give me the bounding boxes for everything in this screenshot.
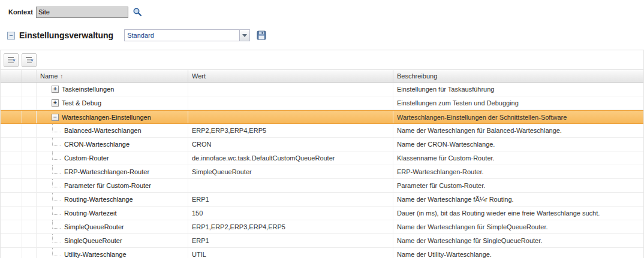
table-row[interactable]: Utility-WarteschlangeUTILName der Utilit… bbox=[1, 248, 643, 258]
tree-elbow-icon bbox=[52, 248, 61, 256]
settings-grid-panel: Name ↑ Wert Beschreibung +Taskeinstellun… bbox=[0, 50, 644, 258]
table-row[interactable]: Custom-Routerde.innoface.wc.task.Default… bbox=[1, 151, 643, 165]
row-spacer-cell-2 bbox=[22, 165, 37, 178]
row-spacer-cell-2 bbox=[22, 220, 37, 233]
setting-name-label: Taskeinstellungen bbox=[62, 86, 114, 93]
floppy-disk-icon bbox=[257, 31, 266, 40]
collapse-all-icon bbox=[7, 55, 16, 65]
preset-combobox bbox=[124, 29, 250, 41]
name-cell: Routing-Wartezeit bbox=[37, 207, 188, 220]
setting-name-label: ERP-Warteschlangen-Router bbox=[64, 168, 149, 175]
table-row[interactable]: Routing-WarteschlangeERP1Name der Wartes… bbox=[1, 193, 643, 207]
row-spacer-cell-1 bbox=[1, 207, 22, 220]
combo-dropdown-trigger[interactable] bbox=[239, 29, 250, 41]
column-header-wert[interactable]: Wert bbox=[188, 70, 393, 82]
row-spacer-cell-2 bbox=[22, 111, 37, 123]
beschreibung-cell: Einstellungen für Taskausführung bbox=[393, 83, 643, 96]
row-spacer-cell-1 bbox=[1, 179, 22, 192]
column-header-name-label: Name bbox=[40, 72, 58, 80]
name-cell: CRON-Warteschlange bbox=[37, 138, 188, 151]
table-row[interactable]: +Test & DebugEinstellungen zum Testen un… bbox=[1, 96, 643, 110]
wert-cell: ERP1 bbox=[188, 193, 393, 206]
expand-all-icon bbox=[25, 55, 34, 65]
preset-combo-input[interactable] bbox=[124, 29, 239, 41]
row-spacer-cell-1 bbox=[1, 248, 22, 258]
column-header-beschreibung[interactable]: Beschreibung bbox=[393, 70, 643, 82]
table-row[interactable]: SingleQueueRouterERP1Name der Warteschla… bbox=[1, 234, 643, 248]
name-cell: Routing-Warteschlange bbox=[37, 193, 188, 206]
expand-all-button[interactable] bbox=[22, 53, 37, 67]
setting-name-label: SimpleQueueRouter bbox=[64, 223, 124, 230]
name-cell: Utility-Warteschlange bbox=[37, 248, 188, 258]
wert-cell bbox=[188, 179, 393, 192]
context-label: Kontext bbox=[8, 8, 33, 16]
beschreibung-cell: Warteschlangen-Einstellungen der Schnitt… bbox=[393, 111, 643, 123]
row-spacer-cell-2 bbox=[22, 124, 37, 137]
table-row[interactable]: SimpleQueueRouterERP1,ERP2,ERP3,ERP4,ERP… bbox=[1, 220, 643, 234]
row-spacer-cell-2 bbox=[22, 234, 37, 247]
name-cell: SimpleQueueRouter bbox=[37, 220, 188, 233]
context-bar: Kontext bbox=[0, 0, 644, 19]
collapse-toggle-icon[interactable]: − bbox=[52, 114, 59, 121]
table-row[interactable]: −Warteschlangen-EinstellungenWarteschlan… bbox=[1, 110, 643, 124]
name-cell: Parameter für Custom-Router bbox=[37, 179, 188, 192]
name-cell: +Test & Debug bbox=[37, 96, 188, 110]
tree-elbow-icon bbox=[52, 151, 61, 160]
context-input[interactable] bbox=[36, 7, 128, 18]
magnifier-icon bbox=[133, 7, 142, 17]
setting-name-label: Utility-Warteschlange bbox=[64, 251, 127, 258]
beschreibung-cell: Einstellungen zum Testen und Debugging bbox=[393, 96, 643, 110]
column-header-beschreibung-label: Beschreibung bbox=[397, 72, 437, 80]
beschreibung-cell: ERP-Warteschlangen-Router. bbox=[393, 165, 643, 178]
row-spacer-cell-2 bbox=[22, 83, 37, 96]
search-button[interactable] bbox=[132, 7, 143, 17]
row-spacer-cell-1 bbox=[1, 220, 22, 233]
row-spacer-cell-2 bbox=[22, 193, 37, 206]
chevron-down-icon bbox=[242, 34, 247, 37]
name-cell: +Taskeinstellungen bbox=[37, 83, 188, 96]
row-spacer-cell-1 bbox=[1, 111, 22, 123]
wert-cell: 150 bbox=[188, 207, 393, 220]
panel-collapse-icon[interactable]: − bbox=[7, 32, 15, 40]
beschreibung-cell: Name der Warteschlange für SingleQueueRo… bbox=[393, 234, 643, 247]
tree-elbow-icon bbox=[52, 179, 61, 187]
table-row[interactable]: Balanced-WarteschlangenERP2,ERP3,ERP4,ER… bbox=[1, 124, 643, 138]
tree-elbow-icon bbox=[52, 138, 61, 146]
table-row[interactable]: +TaskeinstellungenEinstellungen für Task… bbox=[1, 83, 643, 96]
beschreibung-cell: Name der Warteschlangen für Balanced-War… bbox=[393, 124, 643, 137]
setting-name-label: CRON-Warteschlange bbox=[64, 141, 130, 148]
setting-name-label: Test & Debug bbox=[62, 99, 101, 107]
row-spacer-cell-1 bbox=[1, 138, 22, 151]
beschreibung-cell: Dauer (in ms), bit das Routing wieder ei… bbox=[393, 207, 643, 220]
table-row[interactable]: Routing-Wartezeit150Dauer (in ms), bit d… bbox=[1, 207, 643, 220]
table-row[interactable]: CRON-WarteschlangeCRONName der CRON-Wart… bbox=[1, 138, 643, 151]
wert-cell bbox=[188, 96, 393, 110]
table-row[interactable]: Parameter für Custom-RouterParameter für… bbox=[1, 179, 643, 193]
tree-elbow-icon bbox=[52, 124, 61, 132]
wert-cell: ERP1,ERP2,ERP3,ERP4,ERP5 bbox=[188, 220, 393, 233]
wert-cell bbox=[188, 111, 393, 123]
setting-name-label: Custom-Router bbox=[64, 154, 109, 162]
collapse-all-button[interactable] bbox=[4, 53, 19, 67]
wert-cell: ERP1 bbox=[188, 234, 393, 247]
setting-name-label: Routing-Wartezeit bbox=[64, 210, 117, 217]
row-spacer-cell-1 bbox=[1, 234, 22, 247]
row-spacer-cell-1 bbox=[1, 83, 22, 96]
beschreibung-cell: Name der CRON-Warteschlange. bbox=[393, 138, 643, 151]
grid-header: Name ↑ Wert Beschreibung bbox=[1, 69, 643, 83]
wert-cell: CRON bbox=[188, 138, 393, 151]
row-spacer-cell-1 bbox=[1, 193, 22, 206]
setting-name-label: Parameter für Custom-Router bbox=[64, 182, 151, 189]
column-header-name[interactable]: Name ↑ bbox=[37, 70, 188, 82]
save-button[interactable] bbox=[256, 30, 267, 41]
name-cell: ERP-Warteschlangen-Router bbox=[37, 165, 188, 178]
table-row[interactable]: ERP-Warteschlangen-RouterSimpleQueueRout… bbox=[1, 165, 643, 179]
row-spacer-cell-2 bbox=[22, 151, 37, 165]
expand-toggle-icon[interactable]: + bbox=[52, 99, 59, 107]
name-cell: Balanced-Warteschlangen bbox=[37, 124, 188, 137]
expand-toggle-icon[interactable]: + bbox=[52, 86, 59, 93]
tree-elbow-icon bbox=[52, 165, 61, 174]
row-spacer-cell-1 bbox=[1, 96, 22, 110]
row-spacer-cell-1 bbox=[1, 165, 22, 178]
tree-elbow-icon bbox=[52, 207, 61, 215]
